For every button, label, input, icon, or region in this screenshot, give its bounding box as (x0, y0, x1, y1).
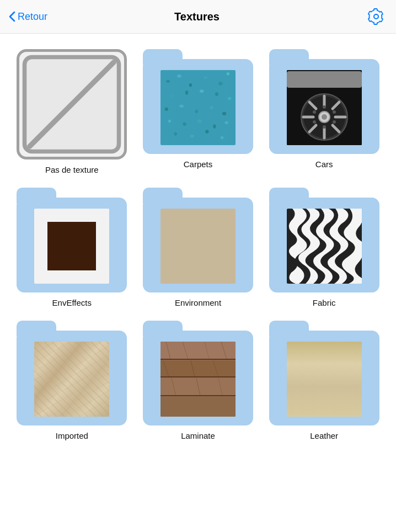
folder-thumb-environment (160, 209, 236, 284)
folder-thumb-cars (287, 70, 362, 145)
svg-point-17 (323, 125, 326, 129)
item-label-carpets: Carpets (184, 159, 213, 169)
item-imported[interactable]: Imported (13, 321, 131, 440)
folder-carpets (143, 49, 253, 154)
item-cars[interactable]: Cars (265, 49, 383, 174)
item-enveffects[interactable]: EnvEffects (13, 188, 131, 307)
no-texture-icon (17, 49, 127, 159)
item-label-no-texture: Pas de texture (45, 165, 99, 174)
header: Retour Textures (0, 0, 396, 34)
item-label-cars: Cars (315, 159, 333, 169)
folder-body (143, 59, 253, 154)
svg-point-16 (323, 105, 326, 109)
svg-rect-3 (287, 71, 362, 88)
folder-thumb-fabric (287, 209, 362, 284)
page-title: Textures (58, 10, 335, 23)
chevron-left-icon (9, 11, 15, 22)
svg-rect-25 (160, 360, 236, 377)
folder-thumb-imported (34, 342, 109, 417)
svg-point-20 (313, 120, 316, 124)
svg-rect-27 (160, 397, 236, 417)
item-environment[interactable]: Environment (140, 188, 257, 307)
folder-laminate (143, 321, 253, 425)
svg-rect-24 (160, 342, 236, 359)
svg-point-15 (322, 114, 327, 120)
texture-grid: Pas de texture Carpets (0, 34, 396, 456)
item-carpets[interactable]: Carpets (140, 49, 257, 174)
item-label-laminate: Laminate (181, 431, 215, 440)
folder-thumb-leather (287, 342, 362, 417)
item-label-environment: Environment (175, 298, 221, 307)
item-label-imported: Imported (56, 431, 88, 440)
folder-cars (269, 49, 379, 154)
folder-thumb-carpets (160, 70, 236, 145)
folder-body (269, 198, 379, 292)
folder-enveffects (17, 188, 127, 292)
back-label: Retour (18, 11, 47, 23)
folder-body (17, 198, 127, 292)
folder-thumb-enveffects (34, 209, 109, 284)
item-label-enveffects: EnvEffects (52, 298, 92, 307)
item-label-leather: Leather (310, 431, 338, 440)
item-leather[interactable]: Leather (265, 321, 383, 440)
folder-body (17, 331, 127, 425)
folder-fabric (269, 188, 379, 292)
svg-point-21 (333, 120, 336, 124)
gear-icon (367, 8, 385, 25)
item-no-texture[interactable]: Pas de texture (13, 49, 131, 174)
svg-point-19 (333, 110, 336, 114)
folder-leather (269, 321, 379, 425)
item-fabric[interactable]: Fabric (265, 188, 383, 307)
folder-environment (143, 188, 253, 292)
folder-body (269, 331, 379, 425)
folder-body (143, 331, 253, 425)
svg-point-18 (313, 110, 316, 114)
item-label-fabric: Fabric (313, 298, 336, 307)
back-button[interactable]: Retour (9, 11, 58, 23)
settings-button[interactable] (335, 8, 385, 25)
item-laminate[interactable]: Laminate (140, 321, 257, 440)
folder-body (143, 198, 253, 292)
folder-body (269, 59, 379, 154)
folder-imported (17, 321, 127, 425)
folder-thumb-laminate (160, 342, 236, 417)
